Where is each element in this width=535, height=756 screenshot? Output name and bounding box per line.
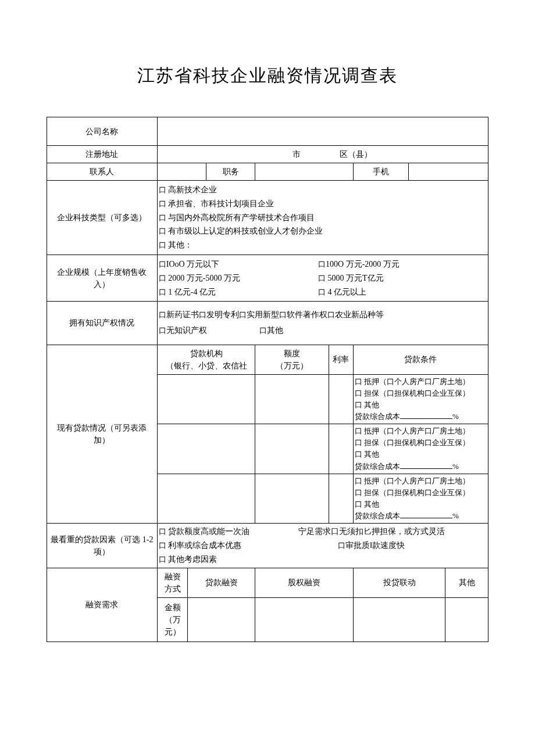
loan-row-cond[interactable]: 口 抵押（口个人房产口厂房土地） 口 担保（口担保机构口企业互保） 口 其他 贷… [353,474,488,524]
field-contact[interactable] [157,163,206,181]
demand-loan-amount[interactable] [188,597,255,642]
loan-row-amount[interactable] [255,474,329,524]
loan-row-rate[interactable] [329,374,353,424]
loan-hdr-amount: 额度 （万元） [255,345,329,374]
loan-row-inst[interactable] [157,374,255,424]
demand-loan: 贷款融资 [188,568,255,597]
page-title: 江苏省科技企业融资情况调查表 [47,64,488,88]
label-loans: 现有贷款情况（可另表添加） [47,345,158,524]
field-company[interactable] [157,117,488,146]
loan-row-inst[interactable] [157,424,255,474]
addr-city: 市 [293,150,301,159]
label-mobile: 手机 [353,163,408,181]
loan-row-amount[interactable] [255,374,329,424]
loan-hdr-inst: 贷款机构 （银行、小贷、农信社 [157,345,255,374]
label-addr: 注册地址 [47,146,158,163]
label-factors: 最看重的贷款因素（可选 1-2 项） [47,524,158,568]
field-techtype[interactable]: 口 高新技术企业 口 承担省、市科技计划项目企业 口 与国内外高校院所有产学研技… [157,181,488,255]
loan-row-cond[interactable]: 口 抵押（口个人房产口厂房土地） 口 担保（口担保机构口企业互保） 口 其他 贷… [353,424,488,474]
label-ip: 拥有知识产权情况 [47,302,158,345]
field-ip[interactable]: 口新药证书口发明专利口实用新型口软件著作权口农业新品种等 口无知识产权 口其他 [157,302,488,345]
label-demand: 融资需求 [47,568,158,642]
loan-row-inst[interactable] [157,474,255,524]
field-position[interactable] [255,163,354,181]
page: 江苏省科技企业融资情况调查表 公司名称 注册地址 市 [0,0,535,756]
label-scale: 企业规模（上年度销售收入） [47,255,158,301]
label-contact: 联系人 [47,163,158,181]
label-techtype: 企业科技类型（可多选） [47,181,158,255]
demand-linked: 投贷联动 [353,568,445,597]
demand-amount-label: 金额（万元） [157,597,188,642]
demand-mode-label: 融资方式 [157,568,188,597]
demand-other-amount[interactable] [445,597,488,642]
field-addr[interactable]: 市 区（县） [157,146,488,163]
demand-equity: 股权融资 [255,568,354,597]
loan-row-rate[interactable] [329,474,353,524]
loan-row-amount[interactable] [255,424,329,474]
demand-linked-amount[interactable] [353,597,445,642]
loan-hdr-rate: 利率 [329,345,353,374]
field-mobile[interactable] [408,163,488,181]
field-factors-right[interactable]: 宁足需求口无须扣匕押担保，或方式灵活 口审批质Ⅰ款速度快 [255,524,488,568]
loan-hdr-cond: 贷款条件 [353,345,488,374]
loan-row-rate[interactable] [329,424,353,474]
demand-equity-amount[interactable] [255,597,354,642]
demand-other: 其他 [445,568,488,597]
field-factors-left[interactable]: 口 贷款额度高或能一次油 口 利率或综合成本优惠 口 其他考虑因素 [157,524,255,568]
addr-area: 区（县） [340,150,372,159]
loan-row-cond[interactable]: 口 抵押（口个人房产口厂房土地） 口 担保（口担保机构口企业互保） 口 其他 贷… [353,374,488,424]
label-company: 公司名称 [47,117,158,146]
label-position: 职务 [206,163,255,181]
field-scale[interactable]: 口IOoO 万元以下 口100O 万元-2000 万元 口 2000 万元-50… [157,255,488,301]
survey-form: 公司名称 注册地址 市 区（县） 联系人 职务 手机 企业科技类型（可多选） [47,117,488,642]
